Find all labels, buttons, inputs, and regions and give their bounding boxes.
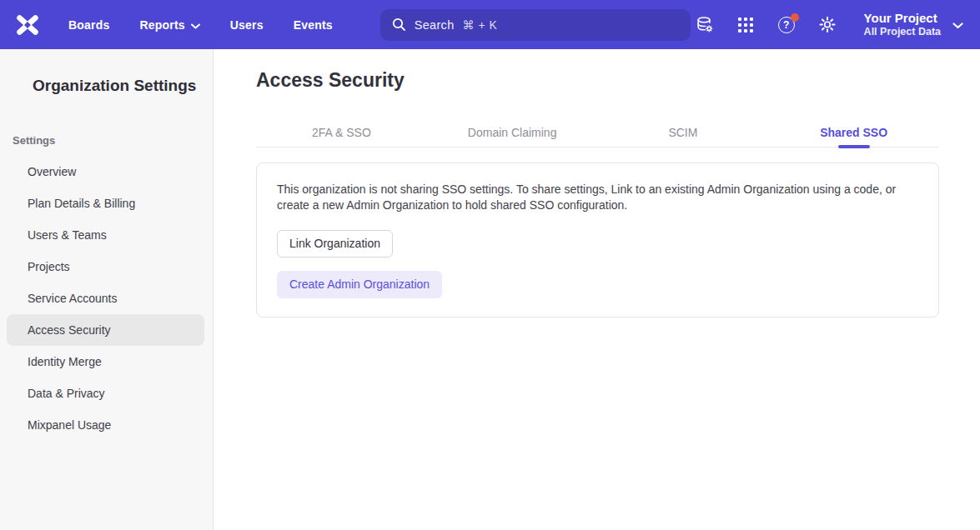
top-navigation: Boards Reports Users Events Search ⌘ + K	[0, 0, 980, 49]
sidebar-item-access-security[interactable]: Access Security	[7, 314, 204, 346]
chevron-down-icon	[952, 18, 963, 32]
sidebar-item-service-accounts[interactable]: Service Accounts	[7, 282, 204, 314]
sidebar-title: Organization Settings	[33, 77, 213, 95]
search-icon	[392, 18, 406, 32]
search-shortcut: ⌘ + K	[463, 18, 498, 32]
sidebar-item-overview[interactable]: Overview	[7, 156, 204, 188]
sidebar-section-label: Settings	[13, 134, 213, 147]
shared-sso-card: This organization is not sharing SSO set…	[256, 162, 939, 318]
tab-2fa-sso[interactable]: 2FA & SSO	[256, 118, 427, 147]
main-content: Access Security 2FA & SSO Domain Claimin…	[214, 49, 980, 530]
tab-scim[interactable]: SCIM	[598, 118, 769, 147]
nav-item-label: Users	[230, 18, 264, 32]
help-icon[interactable]: ?	[777, 16, 796, 34]
mixpanel-logo-icon[interactable]	[15, 12, 40, 38]
top-nav-actions: ? Your Project All	[696, 11, 963, 38]
nav-item-label: Boards	[68, 18, 109, 32]
search-input[interactable]: Search ⌘ + K	[380, 9, 691, 41]
grid-3x3-glyph	[738, 18, 753, 32]
sidebar-item-mixpanel-usage[interactable]: Mixpanel Usage	[7, 409, 204, 441]
sidebar-item-identity-merge[interactable]: Identity Merge	[7, 346, 204, 378]
project-switcher[interactable]: Your Project All Project Data	[864, 11, 963, 38]
page-body: Organization Settings Settings Overview …	[0, 49, 980, 530]
page-title: Access Security	[256, 68, 939, 92]
notification-dot	[791, 13, 799, 22]
nav-item-users[interactable]: Users	[230, 18, 264, 32]
create-admin-organization-button[interactable]: Create Admin Organization	[277, 271, 442, 298]
sidebar-item-data-privacy[interactable]: Data & Privacy	[7, 378, 204, 409]
link-organization-button[interactable]: Link Organization	[277, 230, 393, 258]
primary-nav: Boards Reports Users Events	[68, 18, 333, 32]
apps-grid-icon[interactable]	[736, 16, 755, 34]
sidebar-nav-list: Overview Plan Details & Billing Users & …	[0, 156, 213, 441]
sidebar-item-projects[interactable]: Projects	[7, 251, 204, 282]
settings-sidebar: Organization Settings Settings Overview …	[0, 49, 214, 530]
nav-item-label: Reports	[139, 18, 184, 32]
sidebar-item-users-teams[interactable]: Users & Teams	[7, 219, 204, 251]
nav-item-label: Events	[294, 18, 333, 32]
project-switcher-text: Your Project All Project Data	[864, 11, 941, 38]
settings-gear-icon[interactable]	[818, 16, 837, 34]
sidebar-item-plan-details-billing[interactable]: Plan Details & Billing	[7, 188, 204, 219]
nav-item-boards[interactable]: Boards	[68, 18, 109, 32]
shared-sso-description: This organization is not sharing SSO set…	[277, 182, 912, 213]
nav-item-events[interactable]: Events	[294, 18, 333, 32]
nav-item-reports[interactable]: Reports	[139, 18, 199, 32]
project-name: Your Project	[864, 11, 941, 26]
chevron-down-icon	[191, 18, 200, 32]
data-management-icon[interactable]	[696, 16, 714, 34]
access-security-tabs: 2FA & SSO Domain Claiming SCIM Shared SS…	[256, 118, 939, 148]
tab-shared-sso[interactable]: Shared SSO	[768, 118, 939, 147]
project-data-view: All Project Data	[864, 26, 941, 38]
tab-domain-claiming[interactable]: Domain Claiming	[427, 118, 598, 147]
search-placeholder: Search	[415, 18, 455, 32]
